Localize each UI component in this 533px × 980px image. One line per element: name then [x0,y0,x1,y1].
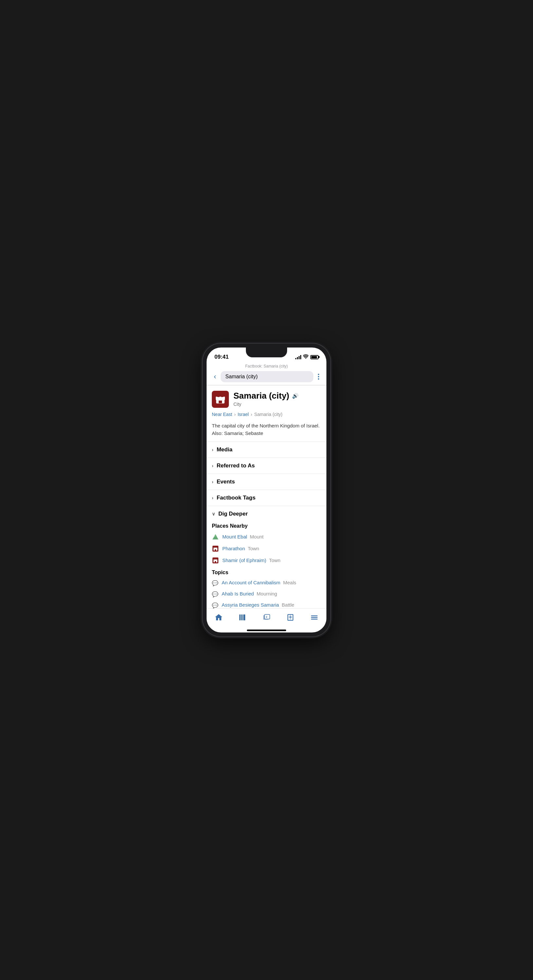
entry-header: Samaria (city) 🔊 City [206,385,327,411]
entry-description: The capital city of the Northern Kingdom… [206,420,327,442]
breadcrumb-israel[interactable]: Israel [238,412,249,417]
topic-name: Assyria Besieges Samaria [222,602,279,608]
topic-icon: 💬 [212,591,218,597]
battery-icon [310,355,319,359]
place-type: Town [248,546,259,551]
tab-menu[interactable] [306,612,322,625]
svg-rect-40 [311,619,317,620]
list-item[interactable]: Pharathon Town [206,543,327,555]
list-item[interactable]: 💬 An Account of Cannibalism Meals [206,578,327,589]
svg-rect-28 [241,614,243,620]
search-value: Samaria (city) [225,374,258,380]
section-referred-to-as[interactable]: › Referred to As [206,458,327,474]
svg-rect-13 [219,401,222,403]
entry-title-block: Samaria (city) 🔊 City [233,391,321,407]
svg-rect-26 [215,561,216,562]
topic-type: Meals [283,580,296,585]
svg-rect-19 [215,547,216,549]
signal-bars-icon [295,355,301,359]
breadcrumb: Near East › Israel › Samaria (city) [206,411,327,420]
svg-rect-21 [215,549,216,550]
menu-icon [310,613,319,624]
chevron-right-icon: › [212,463,213,468]
tab-cards[interactable]: 2 [258,612,275,625]
svg-rect-20 [216,547,217,549]
svg-rect-11 [220,397,221,399]
entry-subtitle: City [233,402,321,407]
place-name: Mount Ebal [222,534,247,539]
section-media-label: Media [217,446,232,453]
topic-name: Ahab Is Buried [222,591,254,597]
bible-icon [286,613,295,624]
tab-home[interactable] [211,612,227,625]
dig-deeper-header[interactable]: ∨ Dig Deeper [206,506,327,520]
svg-rect-25 [216,559,217,560]
section-events-label: Events [217,479,235,485]
svg-rect-12 [222,397,223,399]
chevron-right-icon: › [212,447,213,452]
section-factbook-tags-label: Factbook Tags [217,495,256,501]
status-icons [295,355,319,360]
topics-title: Topics [206,566,327,578]
list-item[interactable]: Mount Ebal Mount [206,531,327,543]
list-item[interactable]: 💬 Ahab Is Buried Mourning [206,589,327,600]
wifi-icon [303,355,308,360]
status-time: 09:41 [214,354,228,360]
dig-deeper-label: Dig Deeper [218,511,248,517]
svg-rect-18 [214,547,214,549]
svg-rect-38 [311,616,317,616]
entry-title: Samaria (city) 🔊 [233,391,321,401]
section-events[interactable]: › Events [206,474,327,490]
svg-rect-39 [311,617,317,618]
chevron-down-icon: ∨ [212,511,215,517]
chevron-right-icon: › [212,495,213,501]
list-item[interactable]: 💬 Assyria Besieges Samaria Battle [206,600,327,608]
topic-type: Battle [282,602,294,608]
page-title: Factbook: Samaria (city) [206,364,327,370]
chevron-right-icon: › [212,479,213,484]
topic-icon: 💬 [212,602,218,608]
svg-rect-27 [240,614,241,620]
svg-rect-29 [243,614,245,620]
place-type: Town [269,557,281,563]
breadcrumb-current: Samaria (city) [254,412,282,417]
home-bar [247,630,286,631]
section-media[interactable]: › Media [206,442,327,458]
svg-rect-10 [217,397,218,399]
mountain-icon [212,533,219,541]
search-bar[interactable]: Samaria (city) [220,371,313,382]
tab-bar: 2 [206,608,327,627]
svg-rect-23 [214,559,214,560]
more-options-button[interactable] [316,372,321,381]
svg-rect-24 [215,559,216,560]
places-nearby-title: Places Nearby [206,520,327,531]
tab-bible[interactable] [282,612,298,625]
castle-icon [212,545,219,552]
topic-icon: 💬 [212,580,218,586]
topic-type: Mourning [257,591,277,597]
main-content: Samaria (city) 🔊 City Near East › Israel… [206,385,327,608]
breadcrumb-sep2: › [251,412,254,417]
place-type: Mount [250,534,263,539]
breadcrumb-near-east[interactable]: Near East [212,412,232,417]
back-button[interactable]: ‹ [212,371,218,382]
list-item[interactable]: Shamir (of Ephraim) Town [206,555,327,566]
sound-icon[interactable]: 🔊 [292,393,298,399]
library-icon [238,613,247,624]
svg-text:2: 2 [266,616,268,618]
breadcrumb-sep1: › [234,412,237,417]
tab-library[interactable] [235,612,251,625]
cards-icon: 2 [262,613,271,624]
dig-deeper-section: ∨ Dig Deeper Places Nearby Mount Ebal [206,506,327,608]
place-name: Pharathon [222,546,245,551]
section-referred-label: Referred to As [217,463,255,469]
section-factbook-tags[interactable]: › Factbook Tags [206,490,327,506]
topic-name: An Account of Cannibalism [222,580,280,585]
castle-icon [212,557,219,564]
place-name: Shamir (of Ephraim) [222,557,266,563]
home-icon [214,613,223,624]
entry-icon [212,391,229,408]
